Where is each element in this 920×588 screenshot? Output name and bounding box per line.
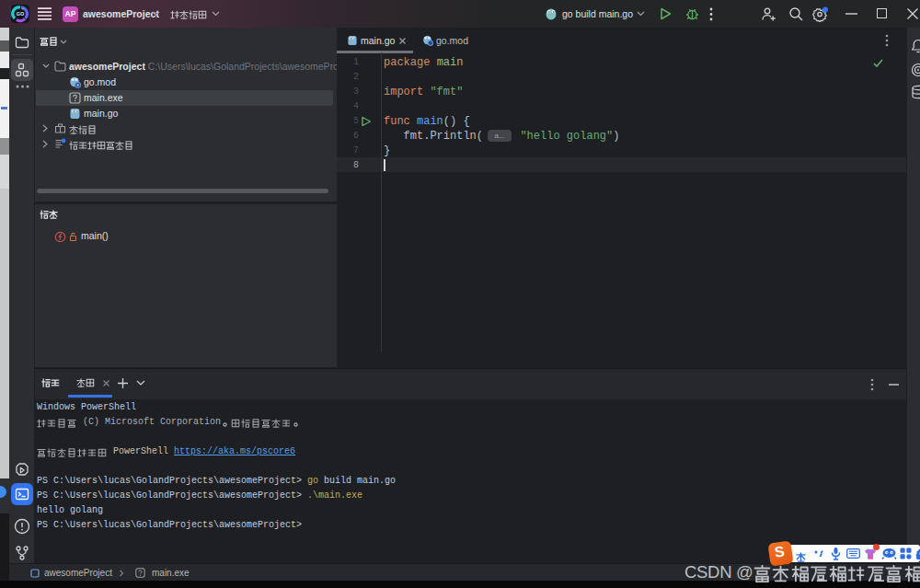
- svg-text:GO: GO: [17, 11, 24, 17]
